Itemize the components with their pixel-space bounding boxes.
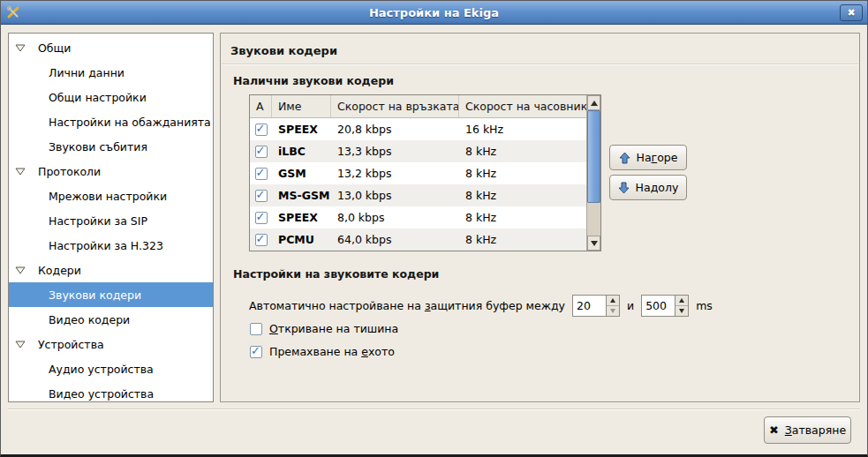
window-title: Настройки на Ekiga — [1, 6, 867, 19]
column-header-clockrate[interactable]: Скорост на часовника — [459, 95, 586, 117]
echo-cancellation-checkbox[interactable]: ✓ — [250, 346, 262, 358]
window-close-button[interactable]: ✖ — [840, 4, 863, 21]
column-header-name[interactable]: Име — [272, 95, 331, 117]
move-up-label: Нагоре — [637, 151, 678, 164]
codec-table-header: A Име Скорост на връзката Скорост на час… — [250, 95, 586, 118]
title-separator — [222, 64, 858, 65]
sidebar-item-video-devices[interactable]: Видео устройства — [9, 381, 213, 402]
silence-detection-label: Откриване на тишина — [269, 322, 398, 335]
arrow-up-icon — [591, 101, 598, 106]
codec-enabled-checkbox[interactable]: ✓ — [255, 212, 268, 224]
jitter-buffer-row: Автоматично настройване на защитния буфе… — [249, 294, 713, 317]
sidebar-item-general-settings[interactable]: Общи настройки — [9, 85, 213, 109]
move-up-button[interactable]: Нагоре — [609, 145, 687, 170]
audio-codecs-page: Звукови кодери Налични звукови кодери A … — [220, 33, 860, 402]
footer-separator — [8, 408, 860, 410]
silence-detection-checkbox[interactable]: ✓ — [250, 323, 262, 335]
codec-row[interactable]: ✓ MS-GSM 13,0 kbps 8 kHz — [250, 184, 586, 206]
vertical-scrollbar — [586, 95, 600, 251]
available-codecs-section-label: Налични звукови кодери — [233, 74, 394, 87]
sidebar-item-sip-settings[interactable]: Настройки за SIP — [9, 208, 213, 233]
sidebar-item-personal-data[interactable]: Лични данни — [9, 60, 213, 85]
settings-tree: Общи Лични данни Общи настройки Настройк… — [8, 33, 214, 402]
column-header-bitrate[interactable]: Скорост на връзката — [331, 95, 459, 117]
sidebar-item-audio-codecs[interactable]: Звукови кодери — [9, 282, 213, 307]
move-down-label: Надолу — [636, 181, 679, 194]
jitter-min-input[interactable] — [573, 296, 606, 316]
sidebar-item-sound-events[interactable]: Звукови събития — [9, 134, 213, 159]
spin-down-button[interactable] — [607, 306, 619, 316]
codec-enabled-checkbox[interactable]: ✓ — [255, 124, 268, 136]
jitter-max-spinbox — [641, 295, 689, 317]
scroll-up-button[interactable] — [587, 95, 600, 110]
codec-row[interactable]: ✓ SPEEX 8,0 kbps 8 kHz — [250, 206, 586, 228]
jitter-buffer-label: Автоматично настройване на защитния буфе… — [249, 299, 565, 312]
codec-enabled-checkbox[interactable]: ✓ — [255, 190, 268, 202]
page-title: Звукови кодери — [230, 44, 337, 57]
codec-enabled-checkbox[interactable]: ✓ — [255, 146, 268, 158]
up-arrow-icon — [619, 152, 630, 164]
codec-row[interactable]: ✓ iLBC 13,3 kbps 8 kHz — [250, 140, 586, 162]
sidebar-item-video-codecs[interactable]: Видео кодери — [9, 307, 213, 332]
scrollbar-thumb[interactable] — [587, 110, 600, 203]
scrollbar-track[interactable] — [587, 110, 600, 236]
codec-row[interactable]: ✓ GSM 13,2 kbps 8 kHz — [250, 162, 586, 184]
jitter-max-input[interactable] — [642, 296, 675, 316]
sidebar-item-codecs[interactable]: Кодери — [9, 258, 213, 282]
close-dialog-button[interactable]: ✖ Затваряне — [764, 416, 851, 444]
sidebar-item-network-settings[interactable]: Мрежови настройки — [9, 184, 213, 208]
codec-enabled-checkbox[interactable]: ✓ — [255, 234, 268, 246]
expander-icon[interactable] — [15, 340, 26, 348]
sidebar-item-audio-devices[interactable]: Аудио устройства — [9, 356, 213, 381]
spin-up-button[interactable] — [676, 296, 688, 306]
codec-table: A Име Скорост на връзката Скорост на час… — [249, 94, 601, 251]
titlebar: Настройки на Ekiga ✖ — [1, 1, 867, 25]
spin-up-button[interactable] — [607, 296, 619, 306]
jitter-unit-label: ms — [696, 299, 713, 312]
sidebar-item-protocols[interactable]: Протоколи — [9, 159, 213, 184]
sidebar-item-call-options[interactable]: Настройки на обажданията — [9, 109, 213, 134]
close-dialog-label: Затваряне — [785, 423, 846, 437]
spinner-buttons — [606, 296, 619, 316]
spin-down-icon — [610, 309, 615, 313]
codec-row[interactable]: ✓ SPEEX 20,8 kbps 16 kHz — [250, 118, 586, 140]
sidebar-item-general[interactable]: Общи — [9, 35, 213, 60]
scroll-down-button[interactable] — [587, 236, 600, 251]
sidebar-item-devices[interactable]: Устройства — [9, 332, 213, 356]
echo-cancellation-label: Премахване на ехото — [269, 345, 395, 358]
expander-icon[interactable] — [15, 167, 26, 176]
echo-cancellation-option[interactable]: ✓ Премахване на ехото — [250, 345, 395, 358]
codec-row[interactable]: ✓ PCMU 64,0 kbps 8 kHz — [250, 228, 586, 251]
spin-down-button[interactable] — [676, 306, 688, 316]
expander-icon[interactable] — [15, 266, 26, 274]
spinner-buttons — [675, 296, 688, 316]
codec-settings-section-label: Настройки на звуковите кодери — [233, 267, 439, 281]
silence-detection-option[interactable]: ✓ Откриване на тишина — [250, 322, 398, 335]
spin-down-icon — [679, 309, 684, 313]
spin-up-icon — [679, 298, 684, 303]
jitter-conjunction-label: и — [627, 299, 634, 312]
spin-up-icon — [610, 298, 615, 303]
column-header-active[interactable]: A — [250, 95, 272, 117]
expander-icon[interactable] — [15, 43, 26, 52]
arrow-down-icon — [591, 241, 598, 246]
down-arrow-icon — [618, 182, 630, 194]
move-down-button[interactable]: Надолу — [609, 175, 687, 200]
codec-enabled-checkbox[interactable]: ✓ — [255, 168, 268, 180]
sidebar-item-h323-settings[interactable]: Настройки за H.323 — [9, 233, 213, 258]
preferences-dialog: Настройки на Ekiga ✖ Общи Лични данни Об… — [0, 0, 868, 457]
close-x-icon: ✖ — [769, 423, 779, 437]
jitter-min-spinbox — [572, 295, 620, 317]
